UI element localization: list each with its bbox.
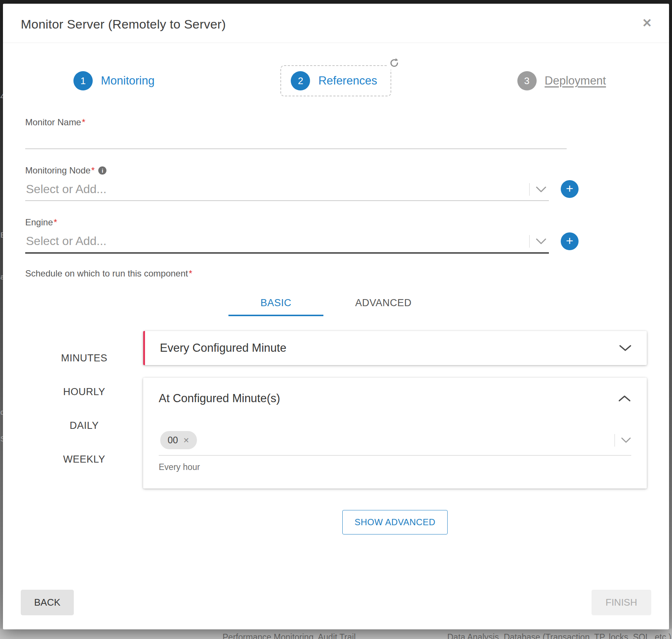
select-divider	[529, 183, 530, 196]
step-references-container: 2 References	[280, 65, 391, 96]
schedule-section-label: Schedule on which to run this component*	[25, 268, 647, 279]
select-controls	[529, 183, 547, 196]
step-label: Deployment	[545, 74, 606, 87]
dialog-title: Monitor Server (Remotely to Server)	[21, 17, 651, 32]
chevron-down-icon[interactable]	[619, 344, 632, 352]
monitoring-node-field: Monitoring Node* i Select or Add... +	[25, 165, 647, 201]
field-label-text: Engine	[25, 217, 53, 228]
schedule-panel: Every Configured Minute At Configured Mi…	[143, 331, 647, 534]
card-header[interactable]: At Configured Minute(s)	[159, 392, 631, 405]
add-engine-button[interactable]: +	[561, 232, 579, 250]
minutes-helper-text: Every hour	[159, 462, 631, 472]
schedule-body: MINUTES HOURLY DAILY WEEKLY Every Config…	[25, 331, 647, 534]
engine-row: Select or Add... +	[25, 229, 647, 254]
field-label-text: Schedule on which to run this component	[25, 268, 188, 279]
background-page-strip: Performance Monitoring, Audit Trail, Dat…	[0, 629, 672, 639]
step-number-badge: 2	[291, 71, 310, 90]
monitoring-node-row: Select or Add... +	[25, 177, 647, 201]
monitor-name-field: Monitor Name*	[25, 117, 647, 149]
field-label-text: Monitor Name	[25, 117, 81, 128]
wizard-stepper: 1 Monitoring 2 References 3 Deployment	[3, 43, 669, 96]
step-references[interactable]: 2 References	[280, 65, 391, 96]
select-divider	[529, 235, 530, 248]
step-label: Monitoring	[101, 74, 155, 87]
info-icon[interactable]: i	[98, 166, 106, 175]
chevron-down-icon[interactable]	[621, 437, 631, 443]
frequency-item-hourly[interactable]: HOURLY	[63, 375, 105, 409]
select-placeholder: Select or Add...	[26, 234, 106, 248]
tab-basic[interactable]: BASIC	[228, 297, 323, 316]
card-title: Every Configured Minute	[160, 341, 286, 355]
schedule-tabs: BASIC ADVANCED	[25, 297, 647, 316]
monitor-name-label: Monitor Name*	[25, 117, 647, 128]
background-text-right: Data Analysis, Database (Transaction, TP…	[447, 632, 671, 639]
dialog-header: Monitor Server (Remotely to Server) ✕	[3, 4, 669, 43]
close-icon[interactable]: ✕	[642, 17, 652, 29]
step-number-badge: 3	[517, 71, 537, 90]
step-monitoring[interactable]: 1 Monitoring	[73, 71, 155, 90]
frequency-list: MINUTES HOURLY DAILY WEEKLY	[25, 331, 143, 534]
monitoring-node-select[interactable]: Select or Add...	[25, 177, 549, 201]
show-advanced-button[interactable]: SHOW ADVANCED	[342, 510, 448, 534]
required-asterisk: *	[189, 268, 192, 279]
card-title: At Configured Minute(s)	[159, 392, 280, 405]
monitor-server-dialog: Monitor Server (Remotely to Server) ✕ 1 …	[3, 4, 669, 629]
select-controls	[615, 434, 631, 447]
every-configured-minute-card[interactable]: Every Configured Minute	[143, 331, 647, 365]
select-controls	[529, 235, 547, 248]
chevron-down-icon[interactable]	[536, 186, 547, 193]
chevron-up-icon[interactable]	[618, 395, 631, 402]
finish-button: FINISH	[592, 590, 651, 615]
step-label: References	[318, 74, 377, 87]
chip-value: 00	[168, 435, 178, 446]
chip-remove-icon[interactable]: ✕	[183, 436, 190, 445]
background-text-left: Performance Monitoring, Audit Trail,	[223, 632, 358, 639]
frequency-item-daily[interactable]: DAILY	[70, 409, 99, 443]
engine-select[interactable]: Select or Add...	[25, 229, 549, 254]
monitoring-node-label: Monitoring Node* i	[25, 165, 647, 176]
field-label-text: Monitoring Node	[25, 165, 90, 176]
chevron-down-icon[interactable]	[536, 238, 547, 245]
step-number-badge: 1	[73, 71, 93, 90]
required-asterisk: *	[82, 117, 85, 128]
frequency-item-minutes[interactable]: MINUTES	[61, 341, 108, 375]
step-deployment[interactable]: 3 Deployment	[517, 71, 606, 90]
select-divider	[615, 434, 615, 447]
monitoring-form: Monitor Name* Monitoring Node* i Select …	[3, 117, 669, 534]
back-button[interactable]: BACK	[21, 590, 74, 615]
required-asterisk: *	[54, 217, 57, 228]
at-configured-minutes-card: At Configured Minute(s) 00 ✕	[143, 378, 647, 489]
select-placeholder: Select or Add...	[26, 182, 106, 196]
add-monitoring-node-button[interactable]: +	[561, 180, 579, 198]
minute-chip: 00 ✕	[160, 431, 197, 449]
frequency-item-weekly[interactable]: WEEKLY	[63, 443, 105, 476]
tab-advanced[interactable]: ADVANCED	[323, 297, 444, 316]
required-asterisk: *	[91, 165, 95, 176]
refresh-icon[interactable]	[388, 56, 401, 70]
minutes-multiselect[interactable]: 00 ✕	[159, 431, 631, 456]
monitor-name-input[interactable]	[25, 130, 567, 149]
engine-field: Engine* Select or Add... +	[25, 217, 647, 254]
engine-label: Engine*	[25, 217, 647, 228]
